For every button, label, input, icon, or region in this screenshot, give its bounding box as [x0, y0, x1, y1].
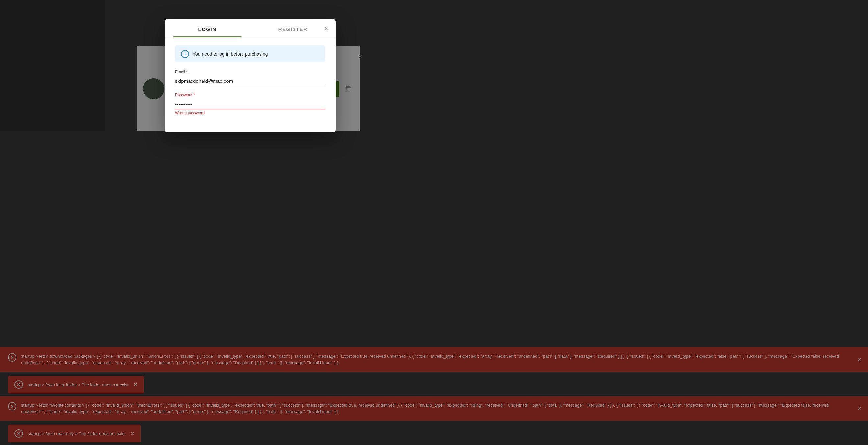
password-field-group: Password * Wrong password — [175, 93, 325, 115]
tab-register[interactable]: REGISTER — [250, 19, 336, 37]
info-banner: i You need to log in before purchasing — [175, 45, 325, 63]
info-icon: i — [181, 50, 189, 58]
password-input[interactable] — [175, 99, 325, 109]
modal-close-button[interactable]: × — [325, 24, 329, 33]
password-label: Password * — [175, 93, 325, 97]
info-banner-text: You need to log in before purchasing — [193, 51, 268, 57]
modal-body: i You need to log in before purchasing E… — [164, 37, 336, 115]
email-input[interactable] — [175, 76, 325, 86]
modal-tabs: LOGIN REGISTER — [164, 19, 336, 37]
login-modal: × LOGIN REGISTER i You need to log in be… — [164, 19, 336, 132]
tab-login[interactable]: LOGIN — [164, 19, 250, 37]
email-label: Email * — [175, 70, 325, 74]
modal-overlay — [0, 0, 868, 445]
email-field-group: Email * — [175, 70, 325, 86]
password-error-message: Wrong password — [175, 111, 325, 115]
